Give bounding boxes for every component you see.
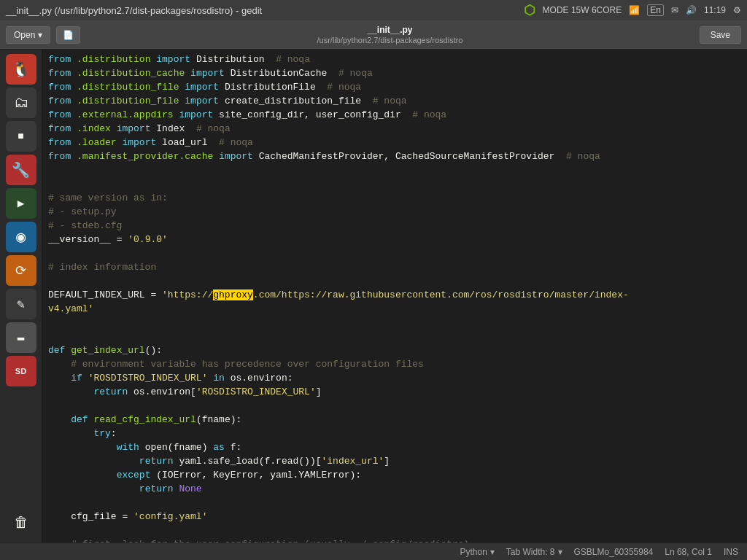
code-line: v4.yaml'	[45, 302, 741, 316]
code-line: from .distribution_file import Distribut…	[45, 80, 741, 94]
code-line: # - stdeb.cfg	[45, 219, 741, 233]
code-line: cfg_file = 'config.yaml'	[45, 510, 741, 524]
code-line: # first, look for the user configuration…	[45, 537, 741, 542]
position-status: Ln 68, Col 1	[665, 547, 712, 557]
commit-status: GSBLMo_60355984	[574, 547, 654, 557]
code-line: if 'ROSDISTRO_INDEX_URL' in os.environ:	[45, 371, 741, 385]
tab-width-chevron: ▾	[558, 547, 562, 557]
chevron-down-icon: ▾	[38, 30, 42, 40]
code-line: def get_index_url():	[45, 343, 741, 357]
recent-files-button[interactable]: 📄	[56, 26, 80, 44]
code-line: from .distribution_file import create_di…	[45, 94, 741, 108]
code-line: from .loader import load_url # noqa	[45, 136, 741, 149]
mail-icon: ✉	[671, 5, 678, 15]
commit-label: GSBLMo_60355984	[574, 547, 654, 557]
code-line: from .distribution_cache import Distribu…	[45, 66, 741, 80]
save-button[interactable]: Save	[700, 26, 741, 44]
sidebar-icon-update[interactable]: ⟳	[6, 255, 36, 286]
code-line: with open(fname) as f:	[45, 440, 741, 454]
wifi-icon: 📶	[629, 5, 640, 15]
nvidia-icon: ⬡	[524, 2, 535, 18]
code-line: __version__ = '0.9.0'	[45, 233, 741, 246]
titlebar-title: __init__.py (/usr/lib/python2.7/dist-pac…	[6, 5, 262, 16]
code-line: from .manifest_provider.cache import Cac…	[45, 149, 741, 163]
python-label: Python	[460, 547, 487, 557]
sidebar-icon-sd[interactable]: SD	[6, 356, 36, 386]
main: 🐧 🗂 ■ 🔧 ▶ ◉ ⟳ ✎ ▬ SD 🗑 from .distributio…	[0, 50, 747, 542]
sidebar-icon-trash[interactable]: 🗑	[6, 508, 36, 538]
code-line-default-index-url: DEFAULT_INDEX_URL = 'https://ghproxy.com…	[45, 288, 741, 302]
sidebar-icon-editor[interactable]: ✎	[6, 289, 36, 319]
volume-icon: 🔊	[686, 5, 697, 15]
file-tab: __init__.py /usr/lib/python2.7/dist-pack…	[86, 25, 693, 45]
nvidia-mode-label: MODE 15W 6CORE	[543, 5, 622, 15]
lang-indicator: En	[647, 4, 664, 16]
code-line: from .external.appdirs import site_confi…	[45, 108, 741, 122]
code-line: # same version as in:	[45, 191, 741, 205]
toolbar: Open ▾ 📄 __init__.py /usr/lib/python2.7/…	[0, 20, 747, 50]
code-line: return os.environ['ROSDISTRO_INDEX_URL']	[45, 385, 741, 399]
code-line: # index information	[45, 260, 741, 274]
code-line	[45, 399, 741, 413]
python-status[interactable]: Python ▾	[460, 547, 494, 557]
ins-label: INS	[724, 547, 738, 557]
code-line	[45, 330, 741, 343]
python-chevron: ▾	[490, 547, 495, 557]
code-line: from .index import Index # noqa	[45, 122, 741, 136]
sidebar: 🐧 🗂 ■ 🔧 ▶ ◉ ⟳ ✎ ▬ SD 🗑	[0, 50, 42, 542]
code-line	[45, 274, 741, 288]
open-label: Open	[14, 30, 35, 40]
code-line	[45, 316, 741, 330]
code-line: except (IOError, KeyError, yaml.YAMLErro…	[45, 468, 741, 482]
sidebar-icon-terminal[interactable]: ■	[6, 121, 36, 152]
code-line: return None	[45, 482, 741, 496]
clock: 11:19	[704, 5, 726, 15]
code-line	[45, 496, 741, 510]
code-line	[45, 177, 741, 191]
code-line: # - setup.py	[45, 205, 741, 219]
code-line	[45, 163, 741, 177]
position-label: Ln 68, Col 1	[665, 547, 712, 557]
code-line	[45, 246, 741, 260]
sidebar-icon-console[interactable]: ▶	[6, 188, 36, 219]
tab-width-status[interactable]: Tab Width: 8 ▾	[506, 547, 562, 557]
ins-status: INS	[724, 547, 738, 557]
file-path: /usr/lib/python2.7/dist-packages/rosdist…	[317, 36, 463, 44]
sidebar-icon-browser[interactable]: ◉	[6, 222, 36, 252]
sidebar-icon-app[interactable]: 🐧	[6, 54, 36, 85]
code-editor[interactable]: from .distribution import Distribution #…	[42, 50, 747, 542]
titlebar: __init__.py (/usr/lib/python2.7/dist-pac…	[0, 0, 747, 20]
code-content: from .distribution import Distribution #…	[42, 52, 747, 542]
statusbar: Python ▾ Tab Width: 8 ▾ GSBLMo_60355984 …	[0, 542, 747, 560]
code-line: try:	[45, 427, 741, 440]
code-line: def read_cfg_index_url(fname):	[45, 413, 741, 427]
code-line: # environment variable has precedence ov…	[45, 357, 741, 371]
code-line: return yaml.safe_load(f.read())['index_u…	[45, 454, 741, 468]
code-line	[45, 524, 741, 537]
tab-width-label: Tab Width: 8	[506, 547, 555, 557]
open-button[interactable]: Open ▾	[6, 26, 50, 44]
titlebar-right: ⬡ MODE 15W 6CORE 📶 En ✉ 🔊 11:19 ⚙	[524, 2, 741, 18]
settings-icon[interactable]: ⚙	[733, 5, 741, 15]
sidebar-icon-device[interactable]: ▬	[6, 322, 36, 353]
sidebar-icon-settings[interactable]: 🔧	[6, 155, 36, 185]
sidebar-icon-files[interactable]: 🗂	[6, 88, 36, 118]
file-tab-name: __init__.py	[367, 25, 412, 35]
code-line: from .distribution import Distribution #…	[45, 52, 741, 66]
